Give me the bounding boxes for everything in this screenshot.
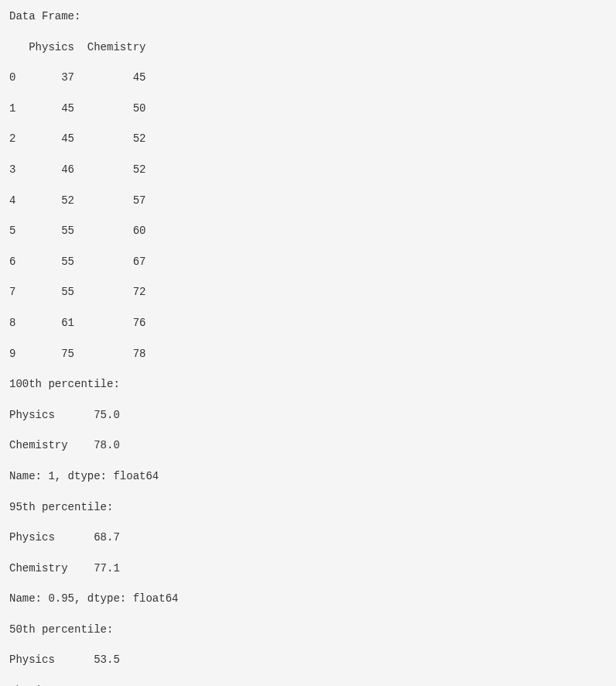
- percentile-95-meta: Name: 0.95, dtype: float64: [9, 592, 607, 607]
- table-row: 8 61 76: [9, 316, 607, 331]
- percentile-50-label: 50th percentile:: [9, 623, 607, 638]
- table-row: 1 45 50: [9, 101, 607, 117]
- percentile-50-physics: Physics 53.5: [9, 653, 607, 668]
- table-row: 0 37 45: [9, 70, 607, 86]
- table-row: 9 75 78: [9, 347, 607, 362]
- table-row: 6 55 67: [9, 255, 607, 270]
- percentile-95-label: 95th percentile:: [9, 500, 607, 516]
- table-row: 7 55 72: [9, 285, 607, 300]
- percentile-95-chemistry: Chemistry 77.1: [9, 561, 607, 577]
- column-headers: Physics Chemistry: [9, 40, 607, 56]
- percentile-100-meta: Name: 1, dtype: float64: [9, 469, 607, 485]
- table-row: 2 45 52: [9, 132, 607, 147]
- percentile-100-physics: Physics 75.0: [9, 408, 607, 424]
- table-row: 3 46 52: [9, 163, 607, 178]
- table-row: 4 52 57: [9, 194, 607, 209]
- percentile-95-physics: Physics 68.7: [9, 530, 607, 546]
- percentile-100-label: 100th percentile:: [9, 377, 607, 393]
- table-row: 5 55 60: [9, 224, 607, 239]
- output-title: Data Frame:: [9, 9, 607, 25]
- percentile-100-chemistry: Chemistry 78.0: [9, 438, 607, 454]
